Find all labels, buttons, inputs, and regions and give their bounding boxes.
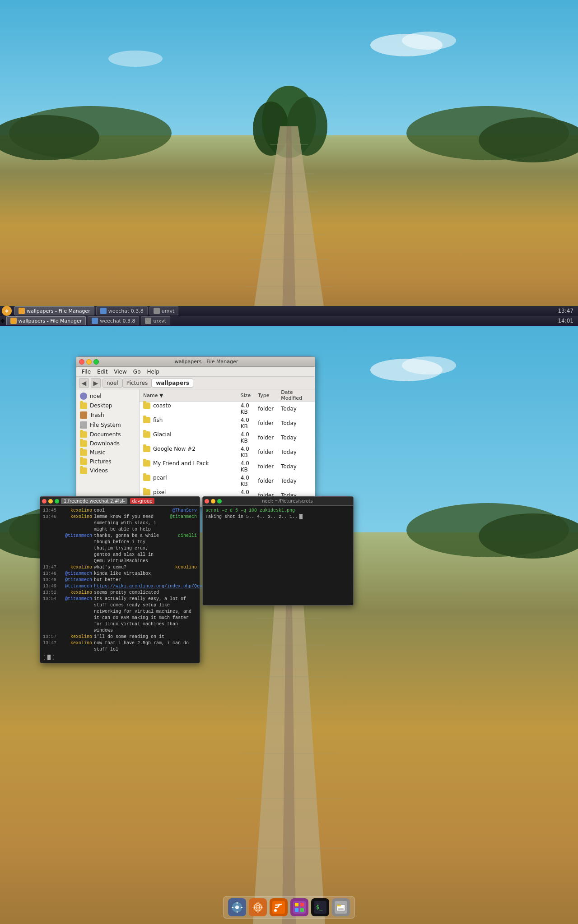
file-type-cell: folder	[254, 402, 277, 416]
file-date-cell: Today	[277, 445, 306, 459]
table-row[interactable]: Glacial 4.0 KB folder Today	[140, 430, 315, 445]
window-min-btn[interactable]	[86, 359, 92, 365]
table-row[interactable]: pearl 4.0 KB folder Today	[140, 474, 315, 488]
terminal-urxvt-close[interactable]	[205, 499, 209, 504]
sidebar-label-pictures: Pictures	[90, 458, 112, 465]
svg-point-47	[235, 906, 239, 909]
taskbar-btn2-filemanager[interactable]: wallpapers - File Manager	[6, 316, 86, 325]
fm-breadcrumb-noel[interactable]: noel	[103, 379, 122, 388]
terminal-max-btn[interactable]	[55, 499, 59, 504]
taskbar-btn2-urxvt-label: urxvt	[153, 318, 166, 324]
urxvt-icon-2	[145, 318, 151, 324]
dock-color-icon[interactable]	[290, 898, 308, 916]
sidebar-item-filesystem[interactable]: File System	[76, 420, 139, 430]
terminal-close-btn[interactable]	[42, 499, 47, 504]
taskbar-btn-filemanager-label: wallpapers - File Manager	[27, 308, 90, 314]
table-row[interactable]: My Friend and I Pack 4.0 KB folder Today	[140, 459, 315, 474]
terminal-urxvt-max[interactable]	[217, 499, 222, 504]
home-icon	[80, 393, 87, 400]
file-size-cell: 4.0 KB	[237, 474, 255, 488]
file-size-cell: 4.0 KB	[237, 402, 255, 416]
sidebar-item-pictures[interactable]: Pictures	[76, 457, 139, 466]
terminal-cursor	[47, 655, 51, 660]
file-size-cell: 4.0 KB	[237, 416, 255, 430]
fm-sidebar: noel Desktop Trash File System Documents	[76, 389, 140, 498]
fm-body: noel Desktop Trash File System Documents	[76, 389, 315, 498]
filemanager-icon-2	[10, 318, 17, 324]
sidebar-item-noel[interactable]: noel	[76, 391, 139, 401]
term-line: 13:57 kexolino i'll do some reading on i…	[43, 634, 197, 640]
fm-menu-edit[interactable]: Edit	[94, 368, 110, 376]
table-row[interactable]: Google Now #2 4.0 KB folder Today	[140, 445, 315, 459]
fm-menu-view[interactable]: View	[111, 368, 129, 376]
app-launcher[interactable]: ❖	[2, 306, 12, 316]
fm-breadcrumb-wallpapers[interactable]: wallpapers	[152, 379, 193, 388]
col-date[interactable]: Date Modified	[277, 389, 306, 402]
file-date-cell: Today	[277, 474, 306, 488]
svg-point-58	[274, 909, 277, 912]
fm-menu-help[interactable]: Help	[144, 368, 162, 376]
terminal-urxvt-titlebar: noel: ~/Pictures/scrots	[203, 497, 353, 506]
sidebar-item-music[interactable]: Music	[76, 448, 139, 457]
fm-breadcrumb: noel Pictures wallpapers	[103, 379, 193, 388]
desktop-icon	[80, 402, 87, 409]
sidebar-item-trash[interactable]: Trash	[76, 410, 139, 420]
taskbar-btn2-weechat[interactable]: weechat 0.3.8	[88, 316, 139, 325]
file-type-cell: folder	[254, 430, 277, 445]
window-close-btn[interactable]	[79, 359, 84, 365]
terminal-weechat-body: 13:45 kexolino cool @ThanServ 13:46 kexo…	[40, 506, 200, 663]
fm-menu-go[interactable]: Go	[131, 368, 144, 376]
dock-files-icon[interactable]	[332, 898, 350, 916]
svg-rect-61	[300, 903, 304, 906]
terminal-urxvt-min[interactable]	[211, 499, 215, 504]
terminal-urxvt-body: scrot -c d 5 -q 100 zukidesk1.png Taking…	[203, 506, 353, 605]
window-max-btn[interactable]	[93, 359, 99, 365]
terminal-urxvt-title: noel: ~/Pictures/scrots	[224, 499, 351, 504]
sidebar-item-videos[interactable]: Videos	[76, 466, 139, 475]
file-name-cell: coasto	[140, 402, 237, 410]
file-size-cell: 4.0 KB	[237, 430, 255, 445]
videos-icon	[80, 467, 87, 474]
file-date-cell: Today	[277, 430, 306, 445]
file-type-cell: folder	[254, 474, 277, 488]
documents-icon	[80, 431, 87, 438]
sidebar-item-desktop[interactable]: Desktop	[76, 401, 139, 410]
dock-settings-icon[interactable]	[228, 898, 246, 916]
fm-forward-btn[interactable]: ▶	[91, 378, 101, 388]
col-size[interactable]: Size	[237, 389, 255, 402]
filemanager-icon	[19, 308, 25, 314]
file-name-cell: My Friend and I Pack	[140, 459, 237, 467]
filesystem-icon	[80, 421, 87, 429]
terminal-min-btn[interactable]	[48, 499, 53, 504]
taskbar-btn-filemanager[interactable]: wallpapers - File Manager	[14, 306, 94, 315]
term-urxvt-line1: scrot -c d 5 -q 100 zukidesk1.png	[205, 508, 350, 514]
fm-breadcrumb-pictures[interactable]: Pictures	[122, 379, 152, 388]
taskbar-top: ❖ wallpapers - File Manager weechat 0.3.…	[0, 306, 578, 316]
fm-menu-file[interactable]: File	[79, 368, 93, 376]
term-line: 13:47 kexolino now that i have 2.5gb ram…	[43, 640, 197, 653]
terminal-tab-weechat[interactable]: 1.freenode weechat 2.#lsf-	[61, 498, 127, 504]
fm-back-btn[interactable]: ◀	[79, 378, 89, 388]
sidebar-label-noel: noel	[90, 393, 102, 399]
taskbar-btn-urxvt[interactable]: urxvt	[149, 306, 179, 315]
term-line: 13:49 @titanmech https://wiki.archlinux.…	[43, 583, 197, 590]
sidebar-item-downloads[interactable]: Downloads	[76, 439, 139, 448]
table-row[interactable]: coasto 4.0 KB folder Today	[140, 402, 315, 416]
sidebar-item-documents[interactable]: Documents	[76, 430, 139, 439]
taskbar-btn2-urxvt[interactable]: urxvt	[141, 316, 170, 325]
fm-content: Name ▼ Size Type Date Modified coasto 4	[140, 389, 315, 498]
sidebar-label-desktop: Desktop	[90, 402, 112, 409]
taskbar-btn-urxvt-label: urxvt	[162, 308, 175, 314]
dock-rss-icon[interactable]	[270, 898, 288, 916]
term-input-line: [ ]	[43, 655, 197, 661]
table-row[interactable]: fish 4.0 KB folder Today	[140, 416, 315, 430]
col-name[interactable]: Name ▼	[140, 389, 237, 402]
dock-network-icon[interactable]	[249, 898, 267, 916]
file-type-cell: folder	[254, 459, 277, 474]
col-type[interactable]: Type	[254, 389, 277, 402]
terminal-tab-highlight[interactable]: da-group	[130, 498, 154, 504]
dock-terminal-icon[interactable]: $_	[311, 898, 329, 916]
file-date-cell: Today	[277, 402, 306, 416]
app-launcher-bottom[interactable]: ❖	[0, 318, 5, 324]
taskbar-btn-weechat[interactable]: weechat 0.3.8	[96, 306, 148, 315]
